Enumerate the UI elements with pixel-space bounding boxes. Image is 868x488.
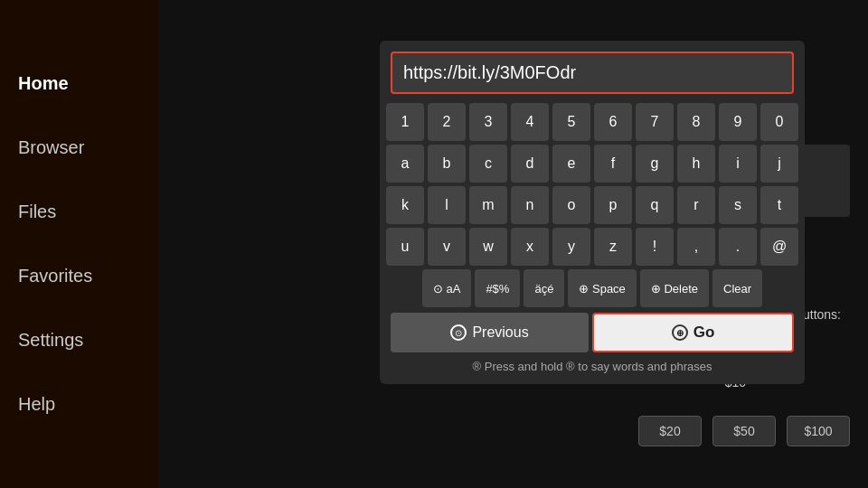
previous-button[interactable]: ⊙ Previous [391, 313, 589, 352]
key-row-uz: u v w x y z ! , . @ [391, 228, 794, 266]
sidebar-item-home[interactable]: Home [0, 66, 158, 101]
key-comma[interactable]: , [677, 228, 715, 266]
key-b[interactable]: b [428, 145, 466, 183]
key-e[interactable]: e [552, 145, 590, 183]
key-s[interactable]: s [719, 186, 757, 224]
action-row: ⊙ Previous ⊕ Go [391, 313, 794, 352]
key-i[interactable]: i [719, 145, 757, 183]
key-t[interactable]: t [760, 186, 798, 224]
mic-icon: ® [473, 360, 482, 373]
key-x[interactable]: x [511, 228, 549, 266]
key-row-kt: k l m n o p q r s t [391, 186, 794, 224]
go-icon: ⊕ [672, 324, 688, 341]
key-f[interactable]: f [594, 145, 632, 183]
key-c[interactable]: c [469, 145, 507, 183]
main-content: ase donation buttons: 1 2 3 4 5 6 7 8 9 … [158, 0, 868, 488]
key-5[interactable]: 5 [552, 103, 590, 141]
key-l[interactable]: l [428, 186, 466, 224]
donation-100[interactable]: $100 [787, 416, 850, 446]
sidebar-item-settings[interactable]: Settings [0, 323, 158, 358]
key-m[interactable]: m [469, 186, 507, 224]
key-v[interactable]: v [428, 228, 466, 266]
key-space[interactable]: ⊕ Space [568, 269, 636, 307]
sidebar-item-help[interactable]: Help [0, 387, 158, 422]
key-k[interactable]: k [386, 186, 424, 224]
key-delete[interactable]: ⊕ Delete [640, 269, 709, 307]
url-input-container [391, 52, 794, 94]
sidebar-item-browser[interactable]: Browser [0, 130, 158, 165]
key-3[interactable]: 3 [469, 103, 507, 141]
sidebar-item-files[interactable]: Files [0, 194, 158, 230]
key-r[interactable]: r [677, 186, 715, 224]
donation-buttons: $20 $50 $100 [638, 416, 850, 446]
key-g[interactable]: g [636, 145, 674, 183]
key-1[interactable]: 1 [386, 103, 424, 141]
key-7[interactable]: 7 [636, 103, 674, 141]
key-2[interactable]: 2 [428, 103, 466, 141]
key-symbols[interactable]: #$% [475, 269, 520, 307]
sidebar-item-favorites[interactable]: Favorites [0, 258, 158, 294]
key-w[interactable]: w [469, 228, 507, 266]
key-row-special: ⊙ aA #$% äçé ⊕ Space ⊕ Delete Clear [391, 269, 794, 307]
key-o[interactable]: o [552, 186, 590, 224]
key-6[interactable]: 6 [594, 103, 632, 141]
previous-icon: ⊙ [450, 324, 467, 341]
key-0[interactable]: 0 [760, 103, 798, 141]
key-accents[interactable]: äçé [524, 269, 564, 307]
key-exclamation[interactable]: ! [636, 228, 674, 266]
key-h[interactable]: h [677, 145, 715, 183]
key-z[interactable]: z [594, 228, 632, 266]
donation-50[interactable]: $50 [712, 416, 776, 446]
key-9[interactable]: 9 [719, 103, 757, 141]
donation-20[interactable]: $20 [638, 416, 702, 446]
key-a[interactable]: a [386, 145, 424, 183]
key-row-numbers: 1 2 3 4 5 6 7 8 9 0 [391, 103, 794, 141]
key-q[interactable]: q [636, 186, 674, 224]
keyboard: 1 2 3 4 5 6 7 8 9 0 a b c d e f g h [391, 103, 794, 307]
key-y[interactable]: y [552, 228, 590, 266]
key-p[interactable]: p [594, 186, 632, 224]
key-8[interactable]: 8 [677, 103, 715, 141]
key-period[interactable]: . [719, 228, 757, 266]
go-button[interactable]: ⊕ Go [592, 313, 794, 352]
key-d[interactable]: d [511, 145, 549, 183]
voice-hint: ® Press and hold ® to say words and phra… [391, 360, 794, 373]
key-capslock[interactable]: ⊙ aA [422, 269, 472, 307]
key-at[interactable]: @ [760, 228, 798, 266]
key-row-aj: a b c d e f g h i j [391, 145, 794, 183]
key-u[interactable]: u [386, 228, 424, 266]
url-input[interactable] [392, 53, 792, 92]
key-n[interactable]: n [511, 186, 549, 224]
key-j[interactable]: j [760, 145, 798, 183]
key-clear[interactable]: Clear [712, 269, 762, 307]
key-4[interactable]: 4 [511, 103, 549, 141]
sidebar: Home Browser Files Favorites Settings He… [0, 0, 158, 488]
keyboard-overlay: 1 2 3 4 5 6 7 8 9 0 a b c d e f g h [380, 41, 805, 384]
